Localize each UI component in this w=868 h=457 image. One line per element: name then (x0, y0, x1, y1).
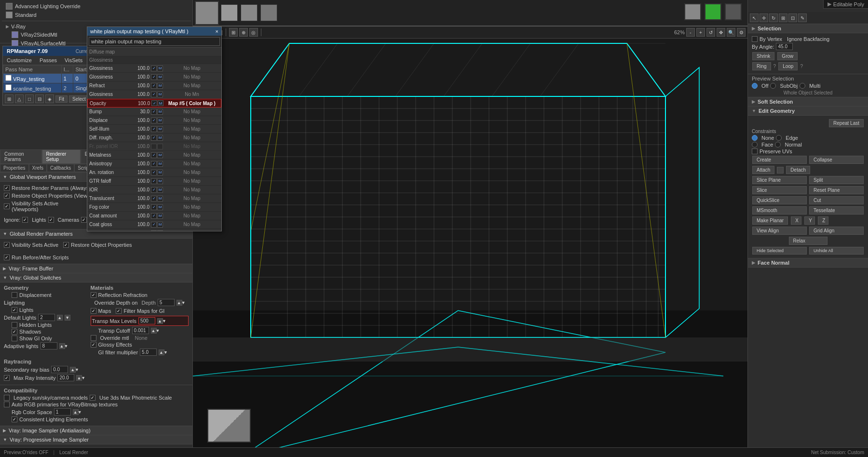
map-cb2[interactable]: M (157, 126, 163, 132)
map-cb1[interactable]: ✓ (151, 66, 157, 71)
soft-selection-header[interactable]: ▶ Soft Selection (748, 97, 868, 107)
edit-geometry-header[interactable]: ▼ Edit Geometry (748, 107, 868, 116)
map-cb2[interactable]: M (157, 118, 163, 123)
sub-tab-callbacks[interactable]: Callbacks (47, 164, 74, 172)
map-cb1[interactable]: ✓ (151, 74, 157, 80)
transp-cutoff-input[interactable] (132, 327, 149, 334)
repeat-last-btn[interactable]: Repeat Last (829, 119, 864, 127)
max-ray-spinner[interactable]: ▲▼ (76, 375, 82, 381)
msmooth-btn[interactable]: MSmooth (752, 206, 807, 215)
grow-btn[interactable]: Grow (777, 52, 798, 60)
gi-filter-input[interactable] (140, 349, 157, 356)
attach-options-btn[interactable] (777, 167, 784, 174)
map-cb1[interactable]: ✓ (151, 161, 157, 167)
cb-max-ray[interactable] (4, 375, 10, 381)
map-cb2[interactable]: M (157, 204, 163, 210)
map-cb1[interactable]: ✓ (151, 204, 157, 210)
secondary-ray-spinner[interactable]: ▲▼ (70, 367, 76, 373)
cb-gr-run-before[interactable] (4, 255, 10, 260)
max-ray-input[interactable] (57, 374, 74, 381)
rp-fit-btn[interactable]: Fit (55, 95, 68, 103)
cb-restore-object[interactable] (4, 193, 10, 199)
map-cb2[interactable]: M (157, 178, 163, 184)
grid-align-btn[interactable]: Grid Align (809, 227, 864, 235)
z-align-btn[interactable]: Z (818, 216, 828, 225)
face-normal-header[interactable]: ▶ Face Normal (748, 258, 868, 268)
by-angle-input[interactable] (776, 43, 793, 50)
constraint-none-radio[interactable] (752, 135, 758, 141)
cb-use3dsmax[interactable] (90, 395, 95, 401)
map-cb2[interactable]: M (157, 74, 163, 80)
slice-plane-btn[interactable]: Slice Plane (752, 176, 807, 184)
map-cb2[interactable]: M (157, 222, 163, 228)
map-cb2[interactable]: M (157, 152, 163, 158)
map-cb2[interactable]: M (157, 230, 163, 231)
ring-btn[interactable]: Ring (752, 62, 771, 70)
vp-tool-2[interactable]: ⊕ (239, 28, 248, 37)
sub-tab-properties[interactable]: Properties (0, 164, 29, 172)
rgb-colorspace-input[interactable] (54, 408, 71, 416)
map-cb2[interactable]: M (157, 213, 163, 219)
reset-plane-btn[interactable]: Reset Plane (809, 186, 864, 194)
vray-mat-close-btn[interactable]: × (216, 28, 218, 34)
collapse-btn[interactable]: Collapse (809, 156, 864, 164)
map-cb1[interactable]: ✓ (151, 170, 157, 175)
constraint-face-radio[interactable] (752, 142, 758, 148)
quickslice-btn[interactable]: QuickSlice (752, 196, 807, 204)
cb-restore-render[interactable] (4, 185, 10, 191)
view-align-btn[interactable]: View Align (752, 227, 807, 235)
make-planar-btn[interactable]: Make Planar (752, 216, 788, 225)
map-cb2[interactable]: M (157, 196, 163, 202)
map-cb1[interactable]: ✓ (151, 109, 157, 115)
cb-shadows[interactable] (12, 329, 17, 335)
rp-icon-rotate[interactable]: ↻ (769, 13, 778, 22)
vray-frame-header[interactable]: ▶ Vray: Frame Buffer (0, 264, 192, 273)
map-cb2[interactable]: M (157, 161, 163, 167)
map-cb1[interactable]: ✓ (151, 152, 157, 158)
rp-icon-paint[interactable]: ✎ (798, 13, 807, 22)
cb-lights[interactable] (22, 217, 28, 223)
cb-helpers[interactable] (81, 217, 87, 223)
default-lights-spinner-up[interactable]: ▲ (57, 315, 63, 321)
cb-lights[interactable] (12, 307, 17, 313)
x-align-btn[interactable]: X (791, 216, 801, 225)
map-cb1[interactable]: ✓ (151, 196, 157, 202)
map-cb1[interactable]: ✓ (151, 187, 157, 193)
transp-max-input[interactable] (138, 317, 155, 324)
preview-subobj-radio[interactable] (770, 83, 776, 89)
mat-item-standard[interactable]: Standard (2, 11, 191, 19)
selection-section-header[interactable]: ▶ Selection (748, 24, 868, 33)
cb-maps[interactable] (91, 308, 96, 314)
map-cb2[interactable]: M (157, 170, 163, 175)
constraint-normal-radio[interactable] (775, 142, 781, 148)
sub-tab-xrefs[interactable]: Xrefs (29, 164, 47, 172)
map-cb1[interactable]: ✓ (151, 92, 157, 97)
transp-cutoff-spinner[interactable]: ▲▼ (151, 328, 157, 334)
attach-btn[interactable]: Attach (752, 166, 774, 174)
vp-icon-orbit[interactable]: ↺ (706, 28, 715, 37)
map-cb1[interactable] (151, 144, 157, 149)
pass1-checkbox[interactable] (5, 75, 12, 81)
rp-tool-icon1[interactable]: ⊞ (5, 94, 14, 103)
map-cb2[interactable]: M (158, 100, 163, 106)
rp-tool-icon4[interactable]: ⊟ (35, 94, 44, 103)
adaptive-lights-input[interactable] (41, 342, 57, 349)
cb-by-vertex-check[interactable] (752, 36, 758, 42)
transp-max-spinner[interactable]: ▲▼ (157, 318, 163, 324)
rp-menu-vissets[interactable]: VisSets (63, 57, 84, 64)
tab-renderer-setup[interactable]: Renderer Setup (42, 149, 81, 163)
y-align-btn[interactable]: Y (804, 216, 815, 225)
map-cb1[interactable]: ✓ (151, 230, 157, 231)
rp-icon-move[interactable]: ✛ (760, 13, 768, 22)
map-cb2[interactable]: M (157, 135, 163, 141)
default-lights-input[interactable] (38, 314, 55, 321)
depth-spinner[interactable]: ▲▼ (176, 300, 182, 306)
vp-zoom-out[interactable]: - (686, 28, 695, 37)
mat-item-adv-lighting[interactable]: Advanced Lighting Override (2, 2, 191, 11)
rp-tool-icon2[interactable]: △ (15, 94, 24, 103)
secondary-ray-input[interactable] (51, 366, 68, 373)
gi-filter-spinner[interactable]: ▲▼ (159, 349, 164, 355)
unhide-all-btn[interactable]: Unhide All (809, 247, 864, 255)
hide-selected-btn[interactable]: Hide Selected (752, 247, 807, 255)
cb-gr-restore-object[interactable] (63, 242, 69, 248)
